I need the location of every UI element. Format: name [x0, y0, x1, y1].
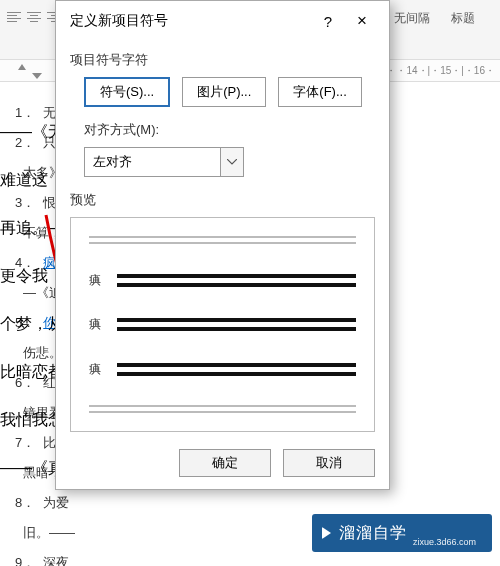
style-nogap[interactable]: 无间隔	[394, 10, 430, 27]
preview-box: 痶 痶 痶	[70, 217, 375, 432]
watermark: 溜溜自学 zixue.3d66.com	[312, 514, 492, 552]
hanging-indent-marker[interactable]	[32, 73, 42, 79]
alignment-value[interactable]	[84, 147, 220, 177]
close-button[interactable]: ×	[345, 11, 379, 31]
help-button[interactable]: ?	[311, 13, 345, 30]
doc-fragment-right: 难道这	[0, 170, 48, 191]
play-icon	[322, 527, 331, 539]
chevron-down-icon[interactable]	[220, 147, 244, 177]
watermark-title: 溜溜自学	[339, 523, 407, 544]
preview-bullet: 痶	[89, 361, 103, 378]
align-left-icon[interactable]	[5, 8, 23, 26]
dialog-title: 定义新项目符号	[70, 12, 311, 30]
symbol-button[interactable]: 符号(S)...	[84, 77, 170, 107]
cancel-button[interactable]: 取消	[283, 449, 375, 477]
alignment-label: 对齐方式(M):	[84, 121, 375, 139]
font-button[interactable]: 字体(F)...	[278, 77, 361, 107]
doc-line[interactable]: 8．为爱	[15, 494, 485, 512]
alignment-combo[interactable]	[84, 147, 375, 177]
doc-fragment-right: 更令我	[0, 266, 48, 287]
ok-button[interactable]: 确定	[179, 449, 271, 477]
preview-bullet: 痶	[89, 316, 103, 333]
style-heading[interactable]: 标题	[451, 10, 475, 27]
preview-label: 预览	[70, 191, 375, 209]
preview-bullet: 痶	[89, 272, 103, 289]
dialog-titlebar[interactable]: 定义新项目符号 ? ×	[56, 1, 389, 41]
picture-button[interactable]: 图片(P)...	[182, 77, 266, 107]
first-line-indent-marker[interactable]	[18, 64, 26, 70]
watermark-url: zixue.3d66.com	[413, 537, 476, 547]
align-center-icon[interactable]	[25, 8, 43, 26]
define-bullet-dialog: 定义新项目符号 ? × 项目符号字符 符号(S)... 图片(P)... 字体(…	[55, 0, 390, 490]
symbol-section-label: 项目符号字符	[70, 51, 375, 69]
doc-line[interactable]: 9．深夜	[15, 554, 485, 566]
